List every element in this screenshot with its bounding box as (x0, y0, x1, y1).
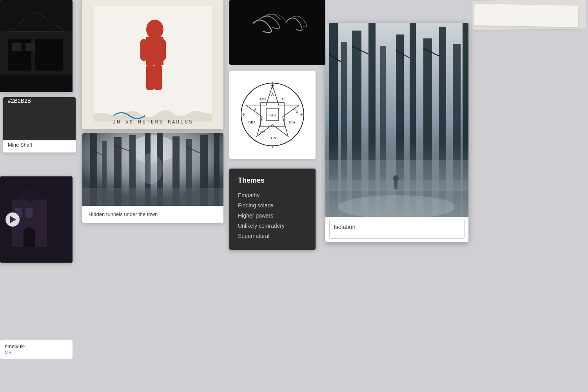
svg-rect-43 (229, 0, 325, 65)
svg-rect-11 (27, 188, 33, 202)
large-photo-card: Isolation (325, 23, 468, 242)
svg-rect-3 (35, 39, 63, 71)
canvas: #2B2B2B Mine Shaft hmelyuk- MB (0, 0, 588, 392)
svg-text:G: G (293, 107, 296, 111)
svg-text:Ω: Ω (296, 110, 298, 114)
svg-rect-5 (12, 43, 22, 51)
forest-illustration (82, 133, 223, 206)
svg-rect-12 (24, 231, 35, 247)
svg-text:TON: TON (269, 136, 276, 140)
dark-abstract-image (229, 0, 325, 65)
svg-text:TAU: TAU (269, 113, 276, 117)
svg-rect-24 (154, 65, 162, 90)
svg-text:✛: ✛ (271, 81, 274, 85)
svg-rect-22 (159, 39, 166, 61)
themes-title: Themes (238, 176, 307, 185)
svg-text:✛: ✛ (300, 113, 303, 116)
color-name-label: Mine Shaft (3, 140, 76, 152)
svg-rect-41 (82, 188, 223, 206)
svg-text:✛: ✛ (271, 145, 274, 149)
theme-item-higher-powers[interactable]: Higher powers (238, 211, 307, 221)
file-info-card: hmelyuk- MB (0, 340, 73, 359)
color-hex-label: #2B2B2B (3, 97, 36, 105)
play-icon (10, 216, 16, 223)
color-swatch-block: #2B2B2B (3, 97, 76, 140)
red-figure-card: IN 50 METERS RADIUS (82, 0, 223, 129)
svg-rect-7 (0, 74, 73, 92)
misty-forest-photo (325, 23, 468, 217)
red-figure-illustration: IN 50 METERS RADIUS (82, 0, 223, 129)
svg-rect-6 (25, 43, 35, 51)
svg-text:GRA: GRA (248, 120, 256, 124)
large-misty-photo (325, 23, 468, 217)
svg-text:A: A (254, 107, 256, 111)
forest-card: Hidden tunnels under the town (82, 133, 223, 223)
file-name-label: hmelyuk- (5, 343, 68, 349)
media-card (0, 176, 73, 263)
mystical-symbol: A TE G TRA A GRA MA TON L ETA Ω TAU ✛ ✛ … (236, 78, 309, 151)
file-size-label: MB (5, 350, 68, 356)
svg-rect-21 (140, 39, 147, 61)
theme-item-finding-solace[interactable]: Finding solace (238, 200, 307, 211)
mystical-symbol-card: A TE G TRA A GRA MA TON L ETA Ω TAU ✛ ✛ … (229, 71, 316, 159)
svg-rect-23 (146, 65, 154, 90)
svg-point-42 (139, 153, 163, 184)
svg-text:IN 50 METERS RADIUS: IN 50 METERS RADIUS (113, 119, 193, 125)
svg-text:TE: TE (281, 97, 285, 101)
svg-point-19 (146, 20, 163, 39)
forest-card-label: Hidden tunnels under the town (82, 206, 223, 223)
svg-text:ETA: ETA (289, 120, 295, 124)
theme-item-unlikely-comradery[interactable]: Unlikely comradery (238, 221, 307, 231)
dark-house-image (0, 0, 73, 92)
svg-rect-14 (25, 208, 33, 218)
textarea-row: Isolation (325, 217, 468, 242)
theme-item-empathy[interactable]: Empathy (238, 190, 307, 200)
themes-card: Themes Empathy Finding solace Higher pow… (229, 169, 316, 250)
svg-text:TRA: TRA (260, 97, 267, 101)
svg-text:✛: ✛ (242, 113, 245, 116)
abstract-illustration (229, 0, 325, 65)
svg-text:A: A (271, 92, 274, 96)
decorative-card-2 (474, 4, 579, 27)
theme-item-supernatural[interactable]: Supernatural (238, 231, 307, 241)
svg-text:L: L (281, 130, 284, 134)
color-swatch-card: #2B2B2B Mine Shaft (3, 97, 76, 152)
house-illustration (0, 0, 73, 92)
svg-text:MA: MA (260, 130, 266, 134)
play-button[interactable] (5, 212, 20, 227)
svg-rect-87 (325, 140, 468, 217)
isolation-textarea[interactable]: Isolation (329, 220, 465, 239)
themes-list: Empathy Finding solace Higher powers Unl… (238, 190, 307, 241)
